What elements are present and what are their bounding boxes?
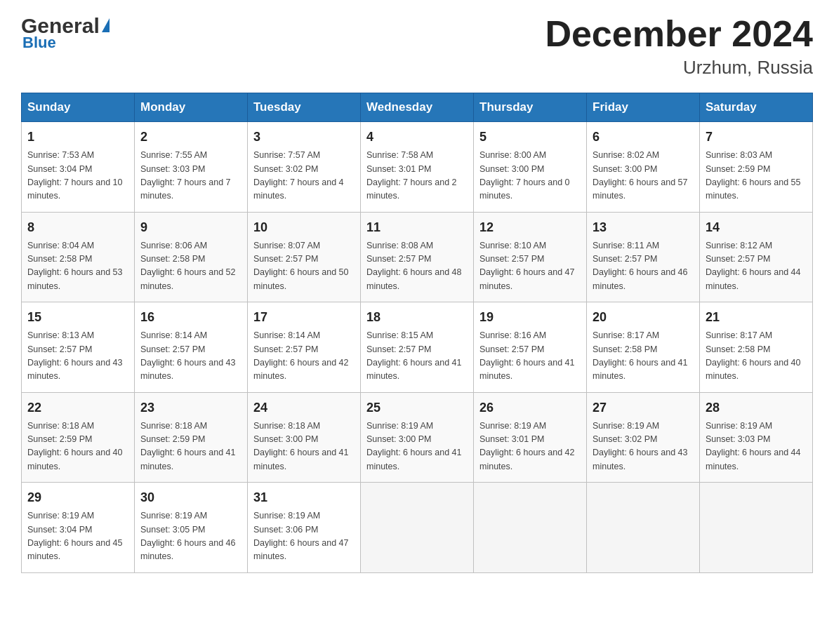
- day-number: 25: [366, 398, 468, 417]
- calendar-week-row: 29Sunrise: 8:19 AMSunset: 3:04 PMDayligh…: [22, 483, 813, 573]
- day-number: 5: [479, 128, 581, 147]
- calendar-cell: 25Sunrise: 8:19 AMSunset: 3:00 PMDayligh…: [361, 392, 474, 483]
- day-number: 22: [27, 398, 128, 417]
- day-info: Sunrise: 8:10 AMSunset: 2:57 PMDaylight:…: [479, 239, 581, 294]
- day-number: 19: [479, 308, 581, 327]
- calendar-cell: 11Sunrise: 8:08 AMSunset: 2:57 PMDayligh…: [361, 212, 474, 302]
- day-number: 24: [253, 398, 355, 417]
- calendar-cell: 13Sunrise: 8:11 AMSunset: 2:57 PMDayligh…: [587, 212, 700, 302]
- calendar-cell: 31Sunrise: 8:19 AMSunset: 3:06 PMDayligh…: [248, 483, 361, 573]
- day-number: 11: [366, 218, 468, 237]
- calendar-week-row: 22Sunrise: 8:18 AMSunset: 2:59 PMDayligh…: [22, 392, 813, 483]
- day-number: 20: [593, 308, 694, 327]
- day-number: 26: [479, 398, 581, 417]
- calendar-cell: 28Sunrise: 8:19 AMSunset: 3:03 PMDayligh…: [700, 392, 813, 483]
- day-info: Sunrise: 8:06 AMSunset: 2:58 PMDaylight:…: [140, 239, 241, 294]
- weekday-header-thursday: Thursday: [474, 93, 587, 122]
- calendar-cell: 3Sunrise: 7:57 AMSunset: 3:02 PMDaylight…: [248, 122, 361, 213]
- day-number: 6: [593, 128, 694, 147]
- day-info: Sunrise: 8:14 AMSunset: 2:57 PMDaylight:…: [140, 329, 241, 384]
- day-info: Sunrise: 7:53 AMSunset: 3:04 PMDaylight:…: [27, 149, 128, 203]
- calendar-table: SundayMondayTuesdayWednesdayThursdayFrid…: [21, 93, 813, 573]
- day-number: 13: [593, 218, 694, 237]
- calendar-cell: 9Sunrise: 8:06 AMSunset: 2:58 PMDaylight…: [135, 212, 248, 302]
- day-info: Sunrise: 8:11 AMSunset: 2:57 PMDaylight:…: [593, 239, 694, 294]
- day-info: Sunrise: 8:02 AMSunset: 3:00 PMDaylight:…: [593, 149, 694, 203]
- calendar-cell: 26Sunrise: 8:19 AMSunset: 3:01 PMDayligh…: [474, 392, 587, 483]
- day-number: 30: [140, 488, 241, 507]
- day-info: Sunrise: 8:17 AMSunset: 2:58 PMDaylight:…: [593, 329, 694, 384]
- day-number: 15: [27, 308, 128, 327]
- day-number: 23: [140, 398, 241, 417]
- day-number: 9: [140, 218, 241, 237]
- day-number: 8: [27, 218, 128, 237]
- day-info: Sunrise: 8:07 AMSunset: 2:57 PMDaylight:…: [253, 239, 355, 294]
- location-title: Urzhum, Russia: [545, 57, 813, 79]
- day-number: 1: [27, 128, 128, 147]
- day-info: Sunrise: 8:14 AMSunset: 2:57 PMDaylight:…: [253, 329, 355, 384]
- calendar-cell: 15Sunrise: 8:13 AMSunset: 2:57 PMDayligh…: [22, 302, 135, 393]
- calendar-cell: 19Sunrise: 8:16 AMSunset: 2:57 PMDayligh…: [474, 302, 587, 393]
- day-info: Sunrise: 8:08 AMSunset: 2:57 PMDaylight:…: [366, 239, 468, 294]
- day-number: 21: [706, 308, 807, 327]
- calendar-cell: 20Sunrise: 8:17 AMSunset: 2:58 PMDayligh…: [587, 302, 700, 393]
- calendar-cell: [474, 483, 587, 573]
- day-number: 10: [253, 218, 355, 237]
- day-info: Sunrise: 8:12 AMSunset: 2:57 PMDaylight:…: [706, 239, 807, 294]
- weekday-header-sunday: Sunday: [22, 93, 135, 122]
- logo-triangle-icon: [102, 18, 110, 32]
- day-number: 18: [366, 308, 468, 327]
- calendar-week-row: 8Sunrise: 8:04 AMSunset: 2:58 PMDaylight…: [22, 212, 813, 302]
- weekday-header-friday: Friday: [587, 93, 700, 122]
- day-info: Sunrise: 8:04 AMSunset: 2:58 PMDaylight:…: [27, 239, 128, 294]
- calendar-cell: 10Sunrise: 8:07 AMSunset: 2:57 PMDayligh…: [248, 212, 361, 302]
- day-number: 27: [593, 398, 694, 417]
- day-info: Sunrise: 8:18 AMSunset: 2:59 PMDaylight:…: [140, 420, 241, 474]
- calendar-cell: 1Sunrise: 7:53 AMSunset: 3:04 PMDaylight…: [22, 122, 135, 213]
- day-info: Sunrise: 8:15 AMSunset: 2:57 PMDaylight:…: [366, 329, 468, 384]
- calendar-cell: 8Sunrise: 8:04 AMSunset: 2:58 PMDaylight…: [22, 212, 135, 302]
- calendar-cell: 21Sunrise: 8:17 AMSunset: 2:58 PMDayligh…: [700, 302, 813, 393]
- calendar-cell: 18Sunrise: 8:15 AMSunset: 2:57 PMDayligh…: [361, 302, 474, 393]
- calendar-week-row: 1Sunrise: 7:53 AMSunset: 3:04 PMDaylight…: [22, 122, 813, 213]
- day-info: Sunrise: 8:03 AMSunset: 2:59 PMDaylight:…: [706, 149, 807, 203]
- weekday-header-saturday: Saturday: [700, 93, 813, 122]
- day-number: 31: [253, 488, 355, 507]
- day-info: Sunrise: 8:18 AMSunset: 3:00 PMDaylight:…: [253, 420, 355, 474]
- calendar-cell: [361, 483, 474, 573]
- page-header: General Blue December 2024 Urzhum, Russi…: [21, 14, 813, 79]
- weekday-header-monday: Monday: [135, 93, 248, 122]
- day-number: 16: [140, 308, 241, 327]
- calendar-cell: 24Sunrise: 8:18 AMSunset: 3:00 PMDayligh…: [248, 392, 361, 483]
- weekday-header-row: SundayMondayTuesdayWednesdayThursdayFrid…: [22, 93, 813, 122]
- day-info: Sunrise: 7:58 AMSunset: 3:01 PMDaylight:…: [366, 149, 468, 203]
- day-number: 4: [366, 128, 468, 147]
- calendar-cell: 23Sunrise: 8:18 AMSunset: 2:59 PMDayligh…: [135, 392, 248, 483]
- calendar-cell: 14Sunrise: 8:12 AMSunset: 2:57 PMDayligh…: [700, 212, 813, 302]
- day-number: 2: [140, 128, 241, 147]
- day-info: Sunrise: 8:19 AMSunset: 3:04 PMDaylight:…: [27, 509, 128, 564]
- day-info: Sunrise: 8:19 AMSunset: 3:05 PMDaylight:…: [140, 509, 241, 564]
- day-info: Sunrise: 8:17 AMSunset: 2:58 PMDaylight:…: [706, 329, 807, 384]
- day-number: 29: [27, 488, 128, 507]
- day-info: Sunrise: 8:19 AMSunset: 3:00 PMDaylight:…: [366, 420, 468, 474]
- day-number: 28: [706, 398, 807, 417]
- day-info: Sunrise: 8:19 AMSunset: 3:02 PMDaylight:…: [593, 420, 694, 474]
- day-info: Sunrise: 8:16 AMSunset: 2:57 PMDaylight:…: [479, 329, 581, 384]
- day-number: 12: [479, 218, 581, 237]
- calendar-cell: 4Sunrise: 7:58 AMSunset: 3:01 PMDaylight…: [361, 122, 474, 213]
- calendar-cell: 2Sunrise: 7:55 AMSunset: 3:03 PMDaylight…: [135, 122, 248, 213]
- calendar-cell: 22Sunrise: 8:18 AMSunset: 2:59 PMDayligh…: [22, 392, 135, 483]
- calendar-cell: 30Sunrise: 8:19 AMSunset: 3:05 PMDayligh…: [135, 483, 248, 573]
- calendar-cell: 16Sunrise: 8:14 AMSunset: 2:57 PMDayligh…: [135, 302, 248, 393]
- day-info: Sunrise: 8:13 AMSunset: 2:57 PMDaylight:…: [27, 329, 128, 384]
- day-info: Sunrise: 8:19 AMSunset: 3:01 PMDaylight:…: [479, 420, 581, 474]
- calendar-cell: 12Sunrise: 8:10 AMSunset: 2:57 PMDayligh…: [474, 212, 587, 302]
- day-info: Sunrise: 7:55 AMSunset: 3:03 PMDaylight:…: [140, 149, 241, 203]
- calendar-title-area: December 2024 Urzhum, Russia: [545, 14, 813, 79]
- day-number: 14: [706, 218, 807, 237]
- calendar-cell: [700, 483, 813, 573]
- day-info: Sunrise: 8:19 AMSunset: 3:03 PMDaylight:…: [706, 420, 807, 474]
- calendar-week-row: 15Sunrise: 8:13 AMSunset: 2:57 PMDayligh…: [22, 302, 813, 393]
- calendar-cell: 7Sunrise: 8:03 AMSunset: 2:59 PMDaylight…: [700, 122, 813, 213]
